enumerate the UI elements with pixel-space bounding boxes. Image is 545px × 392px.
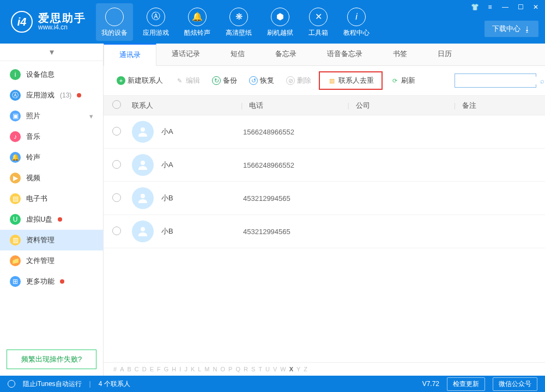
- sidebar-device-dropdown[interactable]: ▾: [0, 44, 103, 61]
- app-subtitle: www.i4.cn: [38, 24, 86, 31]
- row-checkbox[interactable]: [112, 127, 121, 136]
- alpha-O[interactable]: O: [220, 366, 228, 372]
- alpha-M[interactable]: M: [204, 366, 213, 372]
- alpha-Q[interactable]: Q: [235, 366, 244, 372]
- alpha-D[interactable]: D: [142, 366, 150, 372]
- help-link[interactable]: 频繁出现操作失败?: [7, 350, 96, 369]
- row-checkbox[interactable]: [112, 226, 121, 235]
- restore-button[interactable]: ↺ 恢复: [245, 74, 278, 88]
- table-row[interactable]: 小B 453212994565: [104, 215, 545, 248]
- close-icon[interactable]: ✕: [530, 2, 542, 12]
- contact-name: 小B: [161, 226, 243, 236]
- delete-button[interactable]: ⊘ 删除: [282, 74, 316, 88]
- nav-apps-games[interactable]: Ⓐ 应用游戏: [137, 3, 174, 41]
- col-note[interactable]: 备注: [462, 101, 536, 111]
- col-company[interactable]: 公司: [356, 101, 454, 111]
- sidebar-item-1[interactable]: Ⓐ 应用游戏 (13): [0, 85, 103, 106]
- sidebar-item-0[interactable]: i 设备信息: [0, 64, 103, 85]
- check-update-button[interactable]: 检查更新: [447, 377, 485, 391]
- refresh-button[interactable]: ⟳ 刷新: [386, 74, 420, 88]
- tab-6[interactable]: 日历: [422, 44, 467, 65]
- sidebar-item-10[interactable]: ⊞ 更多功能: [0, 271, 103, 292]
- alpha-H[interactable]: H: [172, 366, 179, 372]
- contact-count: 4 个联系人: [99, 379, 130, 389]
- sidebar-item-label: 设备信息: [26, 70, 55, 79]
- col-contact[interactable]: 联系人: [132, 101, 241, 111]
- alpha-X[interactable]: X: [289, 366, 296, 372]
- alpha-Z[interactable]: Z: [304, 366, 311, 372]
- search-input[interactable]: [458, 77, 540, 84]
- alpha-G[interactable]: G: [164, 366, 172, 372]
- alpha-C[interactable]: C: [135, 366, 142, 372]
- itunes-block-checkbox[interactable]: [8, 380, 15, 388]
- tab-4[interactable]: 语音备忘录: [312, 44, 378, 65]
- menu-icon[interactable]: ≡: [484, 2, 496, 12]
- sidebar-item-5[interactable]: ▶ 视频: [0, 168, 103, 188]
- sidebar-item-7[interactable]: U 虚拟U盘: [0, 209, 103, 230]
- alpha-index-bar[interactable]: #ABCDEFGHIJKLMNOPQRSTUVWXYZ: [104, 362, 545, 376]
- alpha-Y[interactable]: Y: [296, 366, 304, 372]
- box-icon: ⬢: [271, 8, 289, 26]
- alpha-W[interactable]: W: [280, 366, 289, 372]
- table-row[interactable]: 小B 453212994565: [104, 182, 545, 215]
- svg-point-1: [141, 161, 145, 165]
- alpha-E[interactable]: E: [150, 366, 157, 372]
- notification-dot: [77, 93, 81, 97]
- alpha-B[interactable]: B: [127, 366, 134, 372]
- sidebar-item-4[interactable]: 🔔 铃声: [0, 147, 103, 168]
- maximize-icon[interactable]: ☐: [514, 2, 526, 12]
- nav-wallpapers[interactable]: ❋ 高清壁纸: [220, 3, 257, 41]
- tab-3[interactable]: 备忘录: [260, 44, 312, 65]
- col-phone[interactable]: 电话: [249, 101, 347, 111]
- skin-icon[interactable]: 👕: [469, 2, 481, 12]
- alpha-R[interactable]: R: [244, 366, 251, 372]
- alpha-T[interactable]: T: [258, 366, 265, 372]
- search-icon[interactable]: ⌕: [540, 77, 544, 85]
- new-contact-button[interactable]: + 新建联系人: [112, 74, 167, 88]
- sidebar-item-2[interactable]: ▣ 照片 ▾: [0, 106, 103, 126]
- alpha-S[interactable]: S: [251, 366, 258, 372]
- nav-tutorials[interactable]: i 教程中心: [338, 3, 375, 41]
- sidebar-item-9[interactable]: 📁 文件管理: [0, 250, 103, 271]
- alpha-F[interactable]: F: [157, 366, 164, 372]
- alpha-U[interactable]: U: [265, 366, 273, 372]
- alpha-#[interactable]: #: [113, 366, 120, 372]
- alpha-V[interactable]: V: [273, 366, 280, 372]
- minimize-icon[interactable]: —: [499, 2, 511, 12]
- main-panel: 通讯录通话记录短信备忘录语音备忘录书签日历 + 新建联系人 ✎ 编辑 ↻ 备份 …: [104, 44, 545, 376]
- table-row[interactable]: 小A 1566248966552: [104, 115, 545, 149]
- search-box[interactable]: ⌕: [455, 74, 536, 88]
- sidebar-icon: ♪: [10, 131, 21, 142]
- alpha-L[interactable]: L: [198, 366, 204, 372]
- alpha-P[interactable]: P: [228, 366, 235, 372]
- backup-button[interactable]: ↻ 备份: [208, 74, 241, 88]
- tab-5[interactable]: 书签: [378, 44, 422, 65]
- sidebar-item-3[interactable]: ♪ 音乐: [0, 126, 103, 147]
- tab-1[interactable]: 通话记录: [156, 44, 215, 65]
- nav-toolbox[interactable]: ✕ 工具箱: [303, 3, 334, 41]
- alpha-J[interactable]: J: [184, 366, 191, 372]
- sidebar-item-8[interactable]: ▥ 资料管理: [0, 230, 103, 250]
- wechat-button[interactable]: 微信公众号: [493, 377, 537, 391]
- tab-2[interactable]: 短信: [215, 44, 260, 65]
- table-row[interactable]: 小A 1566248966552: [104, 149, 545, 182]
- tab-0[interactable]: 通讯录: [104, 44, 156, 66]
- sidebar-item-label: 铃声: [26, 152, 40, 162]
- alpha-N[interactable]: N: [213, 366, 221, 372]
- row-checkbox[interactable]: [112, 193, 121, 202]
- nav-jailbreak[interactable]: ⬢ 刷机越狱: [262, 3, 299, 41]
- nav-ringtones[interactable]: 🔔 酷炫铃声: [179, 3, 216, 41]
- dedup-button[interactable]: ▥ 联系人去重: [323, 74, 378, 88]
- download-center-button[interactable]: 下载中心 ⭳: [485, 21, 538, 37]
- select-all-checkbox[interactable]: [112, 100, 121, 109]
- nav-my-device[interactable]: 我的设备: [96, 3, 133, 41]
- contact-phone: 1566248966552: [243, 161, 341, 169]
- app-title: 爱思助手: [38, 12, 86, 24]
- alpha-K[interactable]: K: [191, 366, 198, 372]
- alpha-A[interactable]: A: [120, 366, 127, 372]
- row-checkbox[interactable]: [112, 160, 121, 169]
- sidebar-item-label: 视频: [26, 173, 40, 183]
- edit-button[interactable]: ✎ 编辑: [171, 74, 204, 88]
- sidebar-item-6[interactable]: ▤ 电子书: [0, 188, 103, 209]
- sub-tabs: 通讯录通话记录短信备忘录语音备忘录书签日历: [104, 44, 545, 66]
